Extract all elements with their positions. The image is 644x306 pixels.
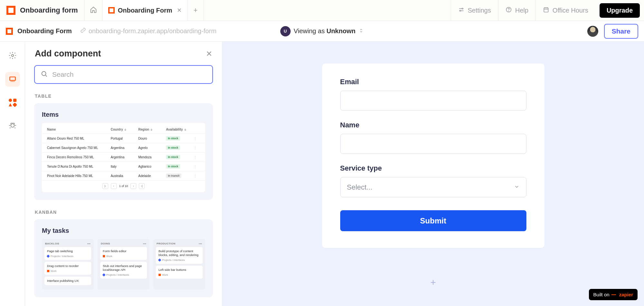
tabs: Onboarding Form ✕ + xyxy=(102,0,204,21)
page-url[interactable]: onboarding-form.zapier.app/onboarding-fo… xyxy=(80,27,216,35)
svg-point-1 xyxy=(460,10,461,11)
canvas[interactable]: Email Name Service type Select... Submit… xyxy=(222,42,644,306)
field-label-email: Email xyxy=(340,78,526,86)
page-bar: Onboarding Form onboarding-form.zapier.a… xyxy=(0,21,644,42)
pager-last[interactable]: ›| xyxy=(139,183,145,189)
office-hours-button[interactable]: Office Hours xyxy=(535,0,595,21)
kanban-card: Form fields editorWork xyxy=(100,247,147,260)
add-component-button[interactable]: + xyxy=(430,277,436,288)
pager-first[interactable]: |‹ xyxy=(102,183,108,189)
category-table: TABLE xyxy=(35,94,213,99)
home-icon xyxy=(90,6,97,15)
service-type-select[interactable]: Select... xyxy=(340,177,526,197)
new-tab-button[interactable]: + xyxy=(188,0,204,21)
kanban-card: Stub out interfaces and page localStorag… xyxy=(100,262,147,279)
viewer-switcher[interactable]: U Viewing as Unknown xyxy=(280,26,364,36)
rail-settings[interactable] xyxy=(5,49,20,64)
chevron-down-icon xyxy=(514,183,520,192)
side-rail xyxy=(0,42,25,306)
pager-next[interactable]: › xyxy=(130,183,136,189)
name-field[interactable] xyxy=(340,134,526,154)
kanban-card: Left side bar buttonsWork xyxy=(156,266,203,279)
kanban-card: Build prototype of content blocks, editi… xyxy=(156,247,203,264)
settings-label: Settings xyxy=(468,7,491,14)
gear-icon xyxy=(8,51,17,61)
app-identity: Onboarding form xyxy=(0,0,84,21)
app-logo-icon xyxy=(6,6,15,15)
component-search[interactable] xyxy=(34,65,213,84)
email-field[interactable] xyxy=(340,91,526,111)
table-row: Tenute D'Auria Di Apollo 750 MLItalyAgli… xyxy=(42,162,205,171)
rail-debug[interactable] xyxy=(5,118,20,133)
tab-close-button[interactable]: ✕ xyxy=(176,7,182,14)
tab-onboarding-form[interactable]: Onboarding Form ✕ xyxy=(102,0,188,21)
rail-shapes[interactable] xyxy=(5,95,20,110)
card-title: My tasks xyxy=(42,227,205,234)
upgrade-button[interactable]: Upgrade xyxy=(600,3,640,18)
sliders-icon xyxy=(458,6,465,15)
tab-title: Onboarding Form xyxy=(118,7,172,14)
form-card[interactable]: Email Name Service type Select... Submit xyxy=(322,64,544,248)
kanban-column: DOING•••Form fields editorWorkStub out i… xyxy=(98,239,149,290)
tab-logo-icon xyxy=(108,7,115,14)
table-preview: Name Country Region Availability Altano … xyxy=(42,123,205,192)
component-card-table[interactable]: Items Name Country Region Availability A… xyxy=(34,103,213,200)
page-title[interactable]: Onboarding Form xyxy=(17,27,72,35)
component-card-kanban[interactable]: My tasks BACKLOG•••Page tab switchingPro… xyxy=(34,219,213,297)
kanban-column: BACKLOG•••Page tab switchingProjects / I… xyxy=(42,239,94,290)
rail-components[interactable] xyxy=(5,72,20,87)
viewer-text: Viewing as Unknown xyxy=(294,27,356,35)
calendar-icon xyxy=(543,6,549,15)
svg-rect-4 xyxy=(544,8,548,12)
add-component-panel: Add component ✕ TABLE Items Name Country… xyxy=(25,42,222,306)
table-row: Finca Decero Remolinos 750 MLArgentinaMe… xyxy=(42,153,205,162)
share-button[interactable]: Share xyxy=(604,24,638,39)
svg-point-3 xyxy=(508,11,509,11)
svg-point-7 xyxy=(11,124,14,127)
search-icon xyxy=(41,70,48,79)
help-label: Help xyxy=(515,7,528,14)
svg-point-8 xyxy=(42,72,46,76)
zapier-mark-icon xyxy=(611,294,616,295)
panel-title: Add component xyxy=(35,49,101,59)
layout-icon xyxy=(8,74,17,84)
user-avatar[interactable] xyxy=(587,26,598,37)
settings-button[interactable]: Settings xyxy=(451,0,498,21)
table-row: Altano Douro Red 750 MLPortugalDouroIn s… xyxy=(42,134,205,143)
panel-close-button[interactable]: ✕ xyxy=(206,49,212,58)
svg-point-0 xyxy=(462,8,463,9)
kanban-card: Page tab switchingProjects / Interfaces xyxy=(44,247,91,260)
search-input[interactable] xyxy=(52,71,207,78)
help-icon xyxy=(505,6,512,15)
chevron-updown-icon xyxy=(359,28,364,35)
topbar-actions: Settings Help Office Hours Upgrade xyxy=(451,0,644,21)
page-identity: Onboarding Form onboarding-form.zapier.a… xyxy=(6,27,216,35)
category-kanban: KANBAN xyxy=(35,210,213,215)
field-label-service-type: Service type xyxy=(340,164,526,173)
bug-icon xyxy=(8,121,17,131)
help-button[interactable]: Help xyxy=(498,0,535,21)
kanban-preview: BACKLOG•••Page tab switchingProjects / I… xyxy=(42,239,205,290)
pager-prev[interactable]: ‹ xyxy=(111,183,117,189)
kanban-card: Drag content to reorderWork xyxy=(44,262,91,275)
link-icon xyxy=(80,27,86,35)
page-url-text: onboarding-form.zapier.app/onboarding-fo… xyxy=(89,27,216,35)
field-label-name: Name xyxy=(340,121,526,129)
built-on-badge[interactable]: Built on zapier xyxy=(589,289,638,300)
top-bar: Onboarding form Onboarding Form ✕ + Sett… xyxy=(0,0,644,21)
page-bar-right: Share xyxy=(587,24,638,39)
submit-button[interactable]: Submit xyxy=(340,210,526,231)
shapes-icon xyxy=(9,99,16,106)
svg-point-5 xyxy=(11,54,14,57)
office-hours-label: Office Hours xyxy=(553,7,588,14)
viewer-badge: U xyxy=(280,26,291,36)
table-row: Pinot Noir Adelaide Hills 750 MLAustrali… xyxy=(42,171,205,181)
table-header-row: Name Country Region Availability xyxy=(42,125,205,134)
table-pager: |‹ ‹ 1 of 10 › ›| xyxy=(42,181,205,189)
app-title: Onboarding form xyxy=(20,6,78,15)
pager-label: 1 of 10 xyxy=(119,184,128,188)
home-button[interactable] xyxy=(84,0,102,21)
table-row: Cabernet Sauvignon Agrelo 750 MLArgentin… xyxy=(42,143,205,153)
kanban-column: PRODUCTION•••Build prototype of content … xyxy=(153,239,205,290)
select-placeholder: Select... xyxy=(347,183,372,192)
